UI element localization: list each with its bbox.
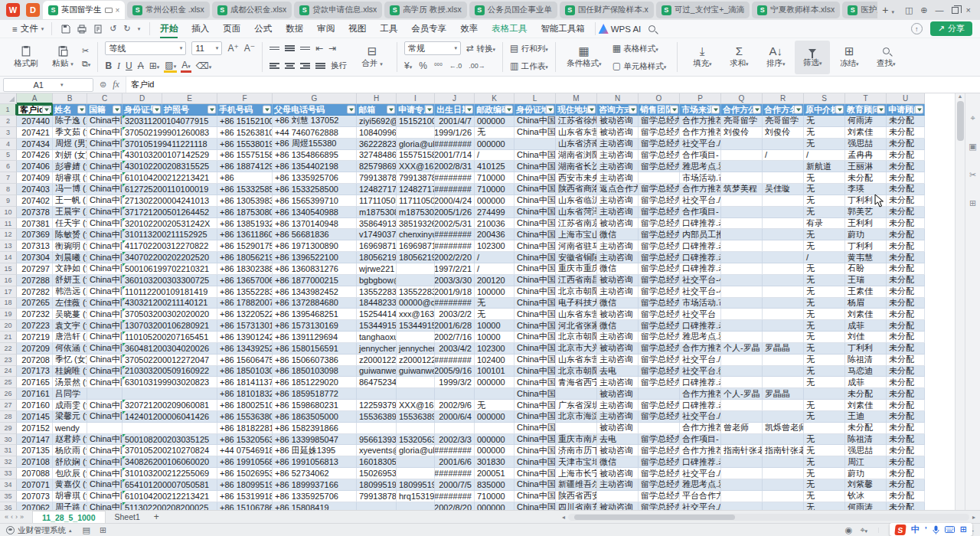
cell[interactable]: 2000/7/5 [435, 479, 475, 491]
cell[interactable]: 亮哥留学 [763, 116, 804, 127]
cell[interactable] [435, 388, 475, 400]
justify-icon[interactable] [315, 63, 325, 68]
cell[interactable] [721, 502, 763, 510]
column-header-I[interactable]: I [397, 93, 435, 104]
cell[interactable]: 袁文宇 (女 [53, 320, 87, 332]
cell[interactable]: 主动咨询 [597, 207, 639, 218]
cell[interactable]: China中国 [87, 468, 122, 479]
cell[interactable]: China中国 [514, 172, 556, 184]
cell[interactable]: 黄嘉仪 (女 [53, 479, 87, 491]
cell[interactable]: 未分配 [887, 434, 925, 446]
cell[interactable] [435, 423, 475, 434]
cell[interactable]: 无 [804, 127, 845, 139]
filter-dropdown-icon[interactable] [629, 106, 637, 114]
header-cell[interactable]: 护照号 [162, 104, 217, 116]
cell[interactable] [721, 218, 763, 230]
cell[interactable]: 207406 [17, 161, 53, 172]
cell[interactable]: China中国 [514, 252, 556, 263]
cell[interactable]: gloria@uk [397, 445, 435, 456]
cell[interactable] [721, 411, 763, 423]
cell[interactable]: 无 [475, 298, 514, 309]
filter-dropdown-icon[interactable] [753, 106, 761, 114]
cell[interactable]: 207088 [17, 468, 53, 479]
document-tab[interactable]: S公务员国企事业单 [469, 2, 557, 18]
cell[interactable]: +86 13901242 [217, 332, 273, 343]
menu-item-表格工具[interactable]: 表格工具 [485, 21, 534, 37]
cell[interactable]: 10000 [475, 320, 514, 332]
cell[interactable]: China中国 [87, 332, 122, 343]
cell[interactable]: 山东省菏泽 [556, 207, 597, 218]
cell[interactable]: +86 18099519 [217, 479, 273, 491]
cell[interactable]: 留学总经办 [639, 502, 680, 510]
cell[interactable]: 207304 [17, 252, 53, 263]
cell[interactable]: 207265 [17, 298, 53, 309]
cell[interactable]: China中国 [514, 434, 556, 446]
cell[interactable]: 北京市朝阳 [556, 286, 597, 298]
cell[interactable]: 口碑推荐.老 [680, 400, 721, 411]
cell[interactable]: 社交平台./ [680, 468, 721, 479]
cell[interactable]: 无 [804, 366, 845, 377]
cell[interactable]: 何依涵 (女 [53, 343, 87, 355]
table-style-button[interactable]: ▦ 表格样式▾ [612, 43, 658, 54]
cell[interactable] [763, 332, 804, 343]
cell[interactable]: / [804, 150, 845, 162]
cell[interactable]: 留学总经办 [639, 116, 680, 127]
cell[interactable]: 微信 [597, 456, 639, 468]
preview-icon[interactable] [93, 25, 103, 34]
convert-button[interactable]: ⇄ 转换▾ [466, 43, 495, 54]
cell[interactable] [804, 423, 845, 434]
cell[interactable]: 雅思考点.雅 [680, 332, 721, 343]
cell[interactable]: 500106199702210321 [122, 263, 217, 275]
filter-dropdown-icon[interactable] [113, 106, 121, 114]
cell[interactable]: +86 1335925706 [273, 491, 357, 502]
cell[interactable]: 留学总经办 [639, 445, 680, 456]
sheet-tab-Sheet1[interactable]: Sheet1 [106, 511, 149, 523]
cell[interactable]: 207223 [17, 320, 53, 332]
cell[interactable]: 王迪 [845, 411, 887, 423]
cell[interactable]: 留学总经办 [639, 456, 680, 468]
cell[interactable]: +86 18874129 [217, 161, 273, 172]
cell[interactable]: 留学总经办 [639, 195, 680, 207]
cell[interactable]: ######## [435, 184, 475, 195]
cell[interactable]: 135522836 [357, 286, 397, 298]
cell[interactable]: 合作方推荐 [680, 388, 721, 400]
cell[interactable]: 155751588 [397, 150, 435, 162]
cell[interactable]: 无 [804, 195, 845, 207]
cell[interactable]: +86 刘慧 137052 [273, 116, 357, 127]
header-cell[interactable]: 邮政编码 [475, 104, 514, 116]
cell[interactable]: 凯烁曾老师 [763, 423, 804, 434]
ime-toolbox-icon[interactable]: ⊞ [960, 525, 967, 534]
cell[interactable]: 汤景然 (女 [53, 377, 87, 388]
cell[interactable] [763, 240, 804, 252]
cell[interactable] [357, 388, 397, 400]
cell[interactable]: 未分配 [887, 332, 925, 343]
cell[interactable]: 刘俊伶 [721, 127, 763, 139]
cell[interactable]: 无 [475, 309, 514, 320]
cell[interactable]: hrq153199 [397, 491, 435, 502]
cell[interactable]: 杨欣雨 (女 [53, 445, 87, 456]
cell[interactable]: +86 18501030 [217, 366, 273, 377]
cell[interactable]: 留学总经办 [639, 377, 680, 388]
cell[interactable]: China中国 [87, 240, 122, 252]
cell[interactable]: +86 1991056813 [273, 456, 357, 468]
cell[interactable]: 刘妍 (女) [53, 150, 87, 162]
menu-item-开始[interactable]: 开始 [153, 21, 185, 37]
filter-dropdown-icon[interactable] [152, 106, 161, 114]
cell[interactable] [763, 456, 804, 468]
cell[interactable] [397, 275, 435, 286]
cell[interactable]: 371721200501264452 [122, 207, 217, 218]
cell[interactable] [122, 423, 217, 434]
cell[interactable]: China中国 [87, 434, 122, 446]
cell[interactable]: 个人-罗晶 [721, 343, 763, 355]
cell-style-button[interactable]: ▢ 单元格样式▾ [612, 60, 667, 72]
cell[interactable]: 蔚玏 [845, 468, 887, 479]
cell[interactable]: 蔚玏 [845, 229, 887, 240]
document-tab[interactable]: S英国留学生× [43, 1, 125, 19]
cell[interactable]: 108409964XXX@163. [357, 127, 397, 139]
cell[interactable] [397, 263, 435, 275]
filter-dropdown-icon[interactable] [263, 106, 271, 114]
column-header-Q[interactable]: Q [721, 93, 763, 104]
cell[interactable]: 1997/2/21 [435, 263, 475, 275]
file-menu-button[interactable]: ≡ 文件▾ [8, 23, 48, 34]
cell[interactable] [763, 479, 804, 491]
